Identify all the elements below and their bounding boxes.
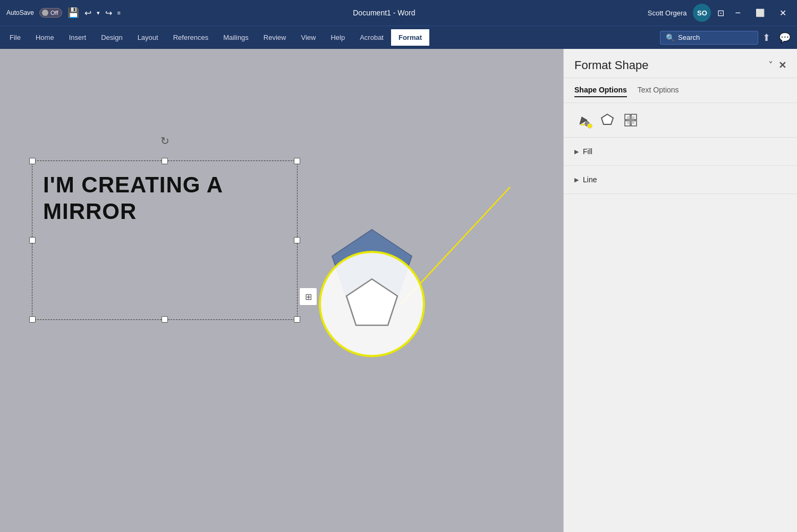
title-bar-right: Scott Orgera SO ⊡ − ⬜ ✕: [648, 4, 791, 22]
fill-label: Fill: [583, 147, 592, 156]
menu-references[interactable]: References: [166, 29, 216, 46]
menu-help[interactable]: Help: [323, 29, 352, 46]
yellow-color-indicator: [587, 123, 592, 129]
zoom-pentagon: [343, 275, 401, 333]
text-box-content[interactable]: I'M CREATING A MIRROR: [43, 172, 223, 225]
layout-position-button[interactable]: [621, 111, 640, 130]
panel-tabs: Shape Options Text Options: [564, 78, 797, 103]
toggle-dot: [42, 10, 48, 16]
minimize-button[interactable]: −: [731, 5, 745, 21]
tab-text-options[interactable]: Text Options: [638, 83, 679, 97]
line-section-header[interactable]: ▶ Line: [574, 170, 786, 189]
pentagon-outline-icon: [600, 113, 615, 128]
panel-chevron-down[interactable]: ˅: [768, 60, 773, 71]
close-button[interactable]: ✕: [775, 6, 791, 20]
handle-top-right[interactable]: [294, 158, 300, 164]
rotate-handle[interactable]: ↻: [158, 134, 171, 147]
autosave-label: AutoSave: [6, 9, 34, 16]
title-text: Document1 - Word: [353, 9, 415, 17]
menu-file[interactable]: File: [2, 29, 28, 46]
tab-shape-options-label: Shape Options: [574, 86, 627, 94]
format-panel: Format Shape ˅ ✕ Shape Options Text Opti…: [563, 49, 797, 532]
menu-format[interactable]: Format: [391, 29, 429, 46]
menu-home[interactable]: Home: [28, 29, 62, 46]
svg-marker-4: [601, 114, 613, 124]
search-box[interactable]: 🔍: [660, 31, 758, 45]
text-line2: MIRROR: [43, 198, 223, 225]
share-icon[interactable]: ⬆: [758, 30, 775, 46]
undo-dropdown[interactable]: ▾: [97, 10, 100, 16]
panel-title: Format Shape: [574, 58, 648, 72]
line-section: ▶ Line: [564, 166, 797, 194]
search-icon: 🔍: [666, 33, 675, 42]
handle-middle-left[interactable]: [29, 237, 36, 243]
main-area: ↻ I'M CREATING A MIRROR ⊞: [0, 49, 797, 532]
tab-text-options-label: Text Options: [638, 86, 679, 94]
zoom-circle: [319, 251, 425, 357]
svg-rect-9: [627, 116, 634, 124]
fill-section-header[interactable]: ▶ Fill: [574, 142, 786, 161]
line-arrow-icon: ▶: [574, 176, 579, 183]
fill-section: ▶ Fill: [564, 138, 797, 166]
pentagon-zoomed: [343, 275, 401, 333]
panel-close-button[interactable]: ✕: [778, 60, 786, 71]
layout-icon: [623, 113, 638, 128]
save-icon[interactable]: 💾: [67, 7, 79, 19]
title-bar: AutoSave Off 💾 ↩ ▾ ↪ ≡ Document1 - Word …: [0, 0, 797, 26]
user-name: Scott Orgera: [648, 9, 687, 17]
panel-icon-row: [564, 103, 797, 138]
comment-icon[interactable]: 💬: [775, 30, 795, 46]
menu-design[interactable]: Design: [94, 29, 130, 46]
menu-bar: File Home Insert Design Layout Reference…: [0, 26, 797, 49]
fill-color-button[interactable]: [574, 111, 593, 130]
menu-view[interactable]: View: [293, 29, 323, 46]
search-input[interactable]: [678, 33, 752, 41]
document-canvas: ↻ I'M CREATING A MIRROR ⊞: [0, 49, 563, 532]
layout-options-icon[interactable]: ⊞: [299, 288, 317, 306]
shape-outline-button[interactable]: [598, 111, 617, 130]
panel-header-icons: ˅ ✕: [768, 60, 786, 71]
document-title: Document1 - Word: [353, 9, 415, 17]
title-bar-left: AutoSave Off 💾 ↩ ▾ ↪ ≡: [6, 7, 121, 19]
tab-shape-options[interactable]: Shape Options: [574, 83, 627, 97]
menu-mailings[interactable]: Mailings: [216, 29, 256, 46]
user-avatar[interactable]: SO: [693, 4, 711, 22]
handle-middle-right[interactable]: [294, 237, 300, 243]
toggle-state: Off: [50, 10, 58, 16]
handle-top-middle[interactable]: [162, 158, 168, 164]
redo-icon[interactable]: ↪: [105, 8, 112, 18]
menu-layout[interactable]: Layout: [130, 29, 166, 46]
fill-arrow-icon: ▶: [574, 148, 579, 155]
handle-bottom-left[interactable]: [29, 316, 36, 323]
undo-icon[interactable]: ↩: [84, 8, 91, 18]
line-label: Line: [583, 175, 597, 184]
menu-review[interactable]: Review: [256, 29, 294, 46]
autosave-toggle[interactable]: Off: [39, 8, 62, 18]
handle-bottom-middle[interactable]: [162, 316, 168, 323]
panel-body: ▶ Fill ▶ Line: [564, 138, 797, 532]
restore-window-icon[interactable]: ⊡: [717, 8, 724, 18]
text-box[interactable]: ↻ I'M CREATING A MIRROR ⊞: [32, 161, 298, 320]
menu-acrobat[interactable]: Acrobat: [352, 29, 391, 46]
menu-insert[interactable]: Insert: [62, 29, 94, 46]
user-initials: SO: [697, 9, 707, 17]
handle-top-left[interactable]: [29, 158, 36, 164]
svg-rect-3: [581, 124, 585, 125]
handle-bottom-right[interactable]: [294, 316, 300, 323]
quick-access-dropdown[interactable]: ≡: [117, 10, 121, 16]
restore-button[interactable]: ⬜: [751, 6, 769, 19]
text-line1: I'M CREATING A: [43, 172, 223, 198]
panel-header: Format Shape ˅ ✕: [564, 49, 797, 78]
svg-marker-2: [346, 279, 397, 325]
